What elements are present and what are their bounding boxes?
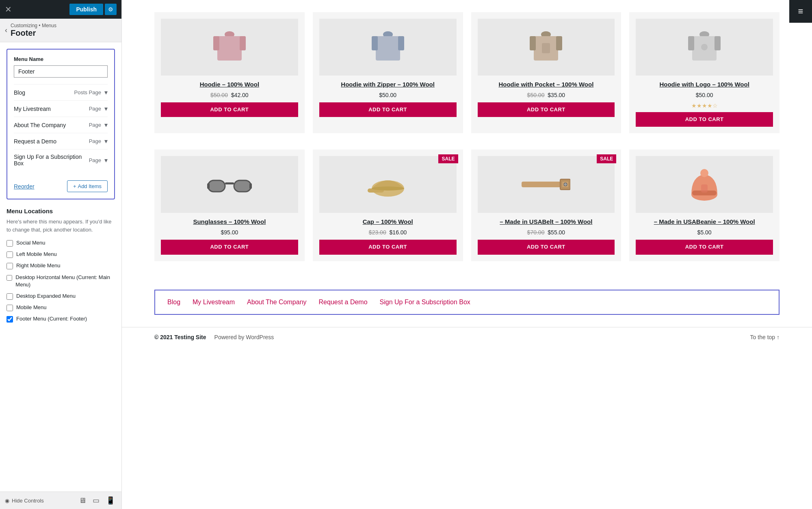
price-only: $50.00 bbox=[379, 92, 396, 98]
sidebar-bottom: ◉ Hide Controls 🖥 ▭ 📱 bbox=[0, 492, 121, 509]
menu-item-name: Blog bbox=[14, 89, 25, 96]
chevron-down-icon[interactable]: ▾ bbox=[104, 89, 108, 96]
price-new: $42.00 bbox=[231, 92, 249, 98]
price-new: $35.00 bbox=[548, 92, 565, 98]
product-card: Sunglasses – 100% Wool $95.00 ADD TO CAR… bbox=[154, 149, 305, 261]
price-only: $5.00 bbox=[697, 229, 712, 236]
svg-rect-16 bbox=[715, 36, 721, 50]
social-menu-label: Social Menu bbox=[16, 239, 45, 247]
hoodie-svg bbox=[372, 29, 404, 65]
product-title: Hoodie with Logo – 100% Wool bbox=[636, 80, 773, 89]
product-image bbox=[636, 19, 773, 76]
footer-copyright: © 2021 Testing Site Powered by WordPress bbox=[154, 334, 274, 340]
desktop-expanded-menu-checkbox[interactable] bbox=[6, 293, 13, 300]
product-card: – Made in USABeanie – 100% Wool $5.00 AD… bbox=[629, 149, 780, 261]
tablet-view-button[interactable]: ▭ bbox=[91, 495, 101, 506]
product-image bbox=[319, 156, 457, 213]
publish-button[interactable]: Publish bbox=[69, 4, 103, 15]
breadcrumb: Customizing • Menus bbox=[11, 23, 56, 28]
chevron-down-icon[interactable]: ▾ bbox=[104, 121, 108, 129]
menu-actions: Reorder + Add Items bbox=[14, 175, 108, 192]
svg-rect-12 bbox=[542, 43, 550, 53]
svg-rect-22 bbox=[249, 183, 252, 189]
mobile-menu-checkbox[interactable] bbox=[6, 305, 13, 311]
svg-rect-18 bbox=[208, 180, 225, 192]
main-content: Hoodie – 100% Wool $50.00 $42.00 ADD TO … bbox=[122, 0, 812, 509]
product-price: $50.00 $42.00 bbox=[161, 92, 298, 98]
add-to-cart-button[interactable]: ADD TO CART bbox=[478, 240, 615, 255]
product-image bbox=[478, 156, 615, 213]
product-card: SALE Cap – 100% Wool $23.00 $16.00 bbox=[313, 149, 463, 261]
product-card: SALE – Made in USABelt – 100% Wool bbox=[471, 149, 621, 261]
beanie-svg bbox=[688, 164, 721, 205]
footer-menu-checkbox[interactable] bbox=[6, 316, 13, 323]
product-title: Sunglasses – 100% Wool bbox=[161, 218, 298, 226]
svg-rect-5 bbox=[376, 36, 400, 61]
reorder-button[interactable]: Reorder bbox=[14, 183, 35, 190]
add-items-button[interactable]: + Add Items bbox=[67, 180, 108, 192]
product-image bbox=[636, 156, 773, 213]
svg-rect-35 bbox=[701, 184, 708, 193]
product-price: $5.00 bbox=[636, 229, 773, 236]
add-to-cart-button[interactable]: ADD TO CART bbox=[636, 240, 773, 255]
menu-item-type: Page bbox=[89, 106, 101, 112]
add-to-cart-button[interactable]: ADD TO CART bbox=[319, 240, 457, 255]
left-mobile-menu-label: Left Mobile Menu bbox=[16, 251, 57, 258]
add-to-cart-button[interactable]: ADD TO CART bbox=[319, 102, 457, 117]
gear-button[interactable]: ⚙ bbox=[105, 4, 117, 15]
footer-nav-link-livestream[interactable]: My Livestream bbox=[193, 299, 235, 306]
price-new: $16.00 bbox=[390, 229, 407, 236]
add-to-cart-button[interactable]: ADD TO CART bbox=[478, 102, 615, 117]
product-title: – Made in USABelt – 100% Wool bbox=[478, 218, 615, 226]
svg-rect-3 bbox=[240, 36, 246, 50]
hide-controls-button[interactable]: ◉ Hide Controls bbox=[5, 498, 44, 504]
product-card: Hoodie with Zipper – 100% Wool $50.00 AD… bbox=[313, 12, 463, 133]
product-grid-row1: Hoodie – 100% Wool $50.00 $42.00 ADD TO … bbox=[154, 12, 780, 133]
checkbox-desktop-horizontal: Desktop Horizontal Menu (Current: Main M… bbox=[6, 274, 115, 288]
right-mobile-menu-checkbox[interactable] bbox=[6, 263, 13, 269]
chevron-down-icon[interactable]: ▾ bbox=[104, 156, 108, 164]
desktop-horizontal-menu-checkbox[interactable] bbox=[6, 275, 12, 281]
mobile-view-button[interactable]: 📱 bbox=[104, 495, 117, 506]
footer-nav-link-demo[interactable]: Request a Demo bbox=[319, 299, 368, 306]
menu-item: My Livestream Page ▾ bbox=[14, 100, 108, 117]
footer-nav-link-about[interactable]: About The Company bbox=[247, 299, 306, 306]
footer-nav-link-subscription[interactable]: Sign Up For a Subscription Box bbox=[380, 299, 470, 306]
chevron-down-icon[interactable]: ▾ bbox=[104, 137, 108, 145]
svg-point-25 bbox=[372, 186, 404, 191]
powered-by-text: Powered by WordPress bbox=[214, 334, 274, 340]
to-top-link[interactable]: To the top ↑ bbox=[750, 334, 780, 340]
svg-rect-19 bbox=[234, 180, 251, 192]
add-to-cart-button[interactable]: ADD TO CART bbox=[161, 102, 298, 117]
price-only: $50.00 bbox=[696, 92, 713, 98]
desktop-expanded-menu-label: Desktop Expanded Menu bbox=[16, 292, 76, 300]
product-stars: ★★★★☆ bbox=[636, 102, 773, 109]
left-mobile-menu-checkbox[interactable] bbox=[6, 251, 13, 258]
desktop-view-button[interactable]: 🖥 bbox=[77, 495, 88, 506]
social-menu-checkbox[interactable] bbox=[6, 240, 13, 247]
svg-rect-6 bbox=[372, 36, 378, 50]
menu-name-input[interactable] bbox=[14, 65, 108, 78]
product-price: $95.00 bbox=[161, 229, 298, 236]
footer-nav-link-blog[interactable]: Blog bbox=[167, 299, 180, 306]
add-to-cart-button[interactable]: ADD TO CART bbox=[636, 112, 773, 127]
footer-menu-area: Blog My Livestream About The Company Req… bbox=[154, 290, 780, 315]
add-to-cart-button[interactable]: ADD TO CART bbox=[161, 240, 298, 255]
product-card: Hoodie – 100% Wool $50.00 $42.00 ADD TO … bbox=[154, 12, 305, 133]
hide-controls-label: Hide Controls bbox=[12, 498, 44, 504]
checkbox-right-mobile: Right Mobile Menu bbox=[6, 262, 115, 269]
product-title: Hoodie with Zipper – 100% Wool bbox=[319, 80, 457, 89]
product-title: Hoodie with Pocket – 100% Wool bbox=[478, 80, 615, 89]
close-button[interactable]: ✕ bbox=[5, 5, 12, 13]
mobile-menu-label: Mobile Menu bbox=[16, 304, 46, 311]
chevron-down-icon[interactable]: ▾ bbox=[104, 105, 108, 113]
menu-item-name: About The Company bbox=[14, 122, 66, 128]
belt-svg bbox=[522, 174, 570, 195]
product-price: $50.00 bbox=[636, 92, 773, 98]
hamburger-icon[interactable]: ≡ bbox=[789, 0, 812, 23]
menu-locations-title: Menu Locations bbox=[6, 208, 115, 214]
back-button[interactable]: ‹ bbox=[5, 26, 7, 35]
product-image bbox=[478, 19, 615, 76]
product-price: $23.00 $16.00 bbox=[319, 229, 457, 236]
menu-item-name: My Livestream bbox=[14, 106, 51, 112]
